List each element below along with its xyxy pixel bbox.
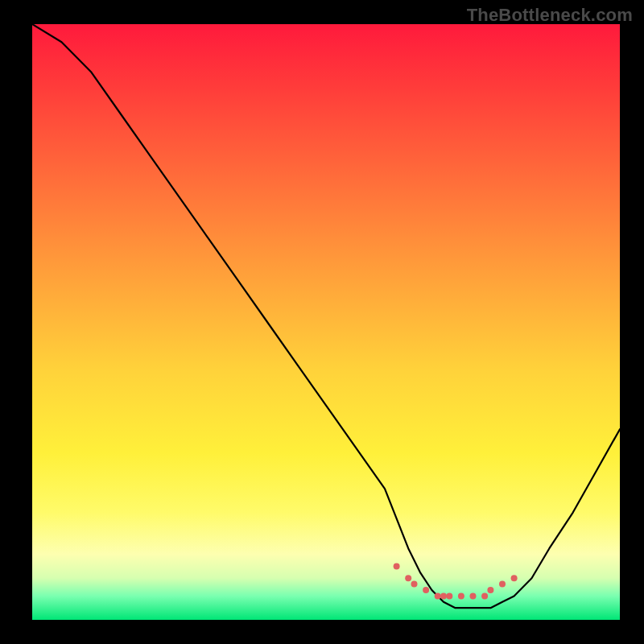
plot-area — [32, 24, 620, 620]
sweet-spot-dot — [411, 581, 418, 588]
sweet-spot-dot — [446, 592, 452, 599]
bottleneck-curve — [32, 24, 620, 608]
sweet-spot-dot — [470, 592, 477, 599]
sweet-spot-dot — [440, 592, 447, 599]
sweet-spot-dot — [481, 592, 488, 599]
sweet-spot-dot — [435, 592, 441, 599]
sweet-spot-dots — [394, 563, 518, 599]
sweet-spot-dot — [511, 575, 518, 581]
sweet-spot-dot — [423, 587, 429, 593]
sweet-spot-dot — [394, 563, 400, 569]
chart-svg — [32, 24, 620, 620]
chart-frame: TheBottleneck.com — [0, 0, 644, 644]
sweet-spot-dot — [405, 575, 411, 581]
sweet-spot-dot — [499, 581, 506, 588]
sweet-spot-dot — [487, 587, 493, 593]
sweet-spot-dot — [458, 592, 464, 599]
watermark-text: TheBottleneck.com — [467, 5, 633, 26]
